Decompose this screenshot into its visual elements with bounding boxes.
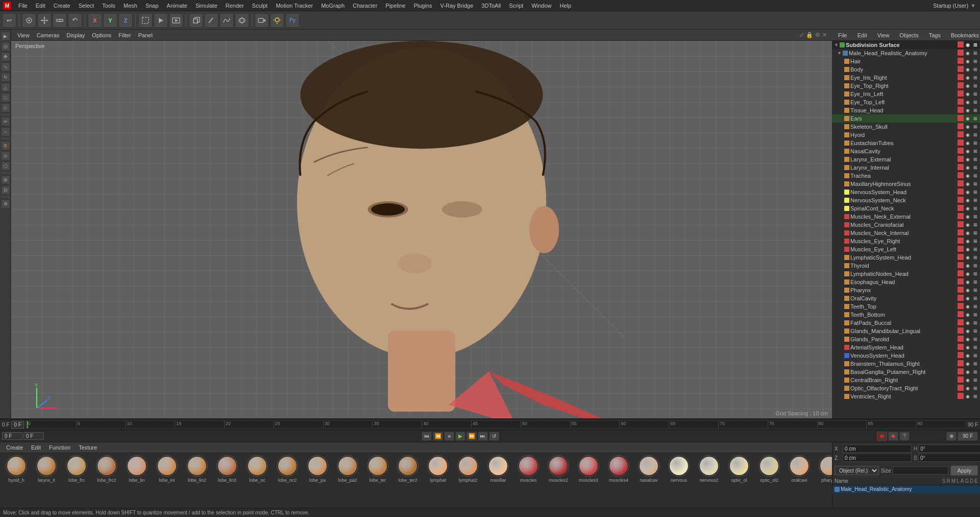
menu-item-window[interactable]: Window bbox=[527, 2, 555, 10]
frame-start-input[interactable]: 0 F bbox=[2, 432, 22, 440]
tree-item-nervoussystem-neck[interactable]: NervousSystem_Neck◉⊞ bbox=[832, 196, 980, 204]
function-tab[interactable]: Function bbox=[46, 443, 74, 452]
tree-item-trachea[interactable]: Trachea◉⊞ bbox=[832, 172, 980, 180]
menu-item-select[interactable]: Select bbox=[75, 2, 99, 10]
tree-vis-centralbrain_right[interactable]: ◉ bbox=[964, 377, 971, 384]
time-input[interactable]: 0 F bbox=[11, 421, 23, 429]
tree-vis-muscles_eye_left[interactable]: ◉ bbox=[964, 246, 971, 253]
tree-item-oralcavity[interactable]: OralCavity◉⊞ bbox=[832, 294, 980, 302]
left-tool-3[interactable]: △ bbox=[1, 83, 10, 92]
left-tool-move[interactable]: ✥ bbox=[1, 52, 10, 61]
play-forward-button[interactable]: ⏩ bbox=[467, 432, 477, 441]
tree-item-glands-mandibular-lingual[interactable]: Glands_Mandibular_Lingual◉⊞ bbox=[832, 327, 980, 335]
viewport-display-tab[interactable]: Display bbox=[63, 31, 88, 39]
mat-item-hyoid-h[interactable]: hyoid_h bbox=[2, 455, 31, 483]
ss-vis-icon[interactable]: ◉ bbox=[964, 41, 971, 49]
menu-item-simulate[interactable]: Simulate bbox=[191, 2, 222, 10]
tree-lock-nasalcavity[interactable]: ⊞ bbox=[972, 148, 979, 155]
viewport-view-tab[interactable]: View bbox=[14, 31, 33, 39]
z-axis-button[interactable]: Z bbox=[118, 13, 133, 28]
light-button[interactable] bbox=[270, 13, 284, 28]
ss-lock-icon[interactable]: ⊞ bbox=[972, 41, 979, 49]
tree-lock-ventricles_right[interactable]: ⊞ bbox=[972, 393, 979, 400]
tree-lock-oralcavity[interactable]: ⊞ bbox=[972, 295, 979, 302]
tree-vis-eye_top_right[interactable]: ◉ bbox=[964, 82, 971, 89]
rp-view-tab[interactable]: View bbox=[873, 31, 894, 39]
render-to-picture-button[interactable] bbox=[169, 13, 183, 28]
tree-item-ears[interactable]: Ears◉⊞ bbox=[832, 114, 980, 123]
mat-item-larynx-it[interactable]: larynx_it bbox=[32, 455, 61, 483]
tree-item-nasalcavity[interactable]: NasalCavity◉⊞ bbox=[832, 147, 980, 155]
tree-lock-eustachiantubes[interactable]: ⊞ bbox=[972, 139, 979, 147]
tree-item-larynx-external[interactable]: Larynx_External◉⊞ bbox=[832, 155, 980, 163]
render-region-button[interactable] bbox=[138, 13, 153, 28]
tree-item-ventricles-right[interactable]: Ventricles_Right◉⊞ bbox=[832, 392, 980, 401]
tree-vis-spinalcord_neck[interactable]: ◉ bbox=[964, 205, 971, 212]
tree-item-lymphaticsystem-head[interactable]: LymphaticSystem_Head◉⊞ bbox=[832, 253, 980, 262]
tree-item-esophagus-head[interactable]: Esophagus_Head◉⊞ bbox=[832, 278, 980, 286]
tree-item-muscles-neck-external[interactable]: Muscles_Neck_External◉⊞ bbox=[832, 213, 980, 221]
tree-vis-arterialsystem_head[interactable]: ◉ bbox=[964, 344, 971, 351]
tree-lock-lymphaticnodes_head[interactable]: ⊞ bbox=[972, 270, 979, 277]
tree-vis-tissue_head[interactable]: ◉ bbox=[964, 107, 971, 114]
mat-item-lobe-pa2[interactable]: lobe_pa2 bbox=[333, 455, 362, 483]
mat-item-lobe-oc2[interactable]: lobe_oc2 bbox=[273, 455, 302, 483]
tree-vis-nervoussystem_neck[interactable]: ◉ bbox=[964, 197, 971, 204]
tree-lock-lymphaticsystem_head[interactable]: ⊞ bbox=[972, 254, 979, 261]
tree-vis-thyroid[interactable]: ◉ bbox=[964, 262, 971, 269]
snap-to-button[interactable]: ⊕ bbox=[946, 432, 957, 441]
step-back-button[interactable]: ⏪ bbox=[433, 432, 443, 441]
left-tool-pen[interactable]: ✏ bbox=[1, 117, 10, 126]
tree-vis-pharynx[interactable]: ◉ bbox=[964, 287, 971, 294]
stop-button[interactable]: ■ bbox=[444, 432, 454, 441]
tree-item-muscles-eye-left[interactable]: Muscles_Eye_Left◉⊞ bbox=[832, 245, 980, 253]
mat-item-optic-ol2[interactable]: optic_ol2 bbox=[755, 455, 783, 483]
menu-item-character[interactable]: Character bbox=[349, 2, 381, 10]
tree-lock-glands_mandibular_lingual[interactable]: ⊞ bbox=[972, 327, 979, 335]
tree-lock-muscles_neck_external[interactable]: ⊞ bbox=[972, 213, 979, 220]
rp-objects-tab[interactable]: Objects bbox=[895, 31, 922, 39]
tree-vis-larynx_internal[interactable]: ◉ bbox=[964, 164, 971, 171]
b-coord-input[interactable] bbox=[918, 454, 980, 462]
tree-vis-hair[interactable]: ◉ bbox=[964, 58, 971, 65]
tree-item-teeth-top[interactable]: Teeth_Top◉⊞ bbox=[832, 302, 980, 311]
root-object-item[interactable]: ▼ Male_Head_Realistic_Anatomy ◉ ⊞ bbox=[832, 49, 980, 57]
mat-item-muscles4[interactable]: muscles4 bbox=[604, 455, 633, 483]
tree-lock-optic_olfactorytract_right[interactable]: ⊞ bbox=[972, 385, 979, 392]
tree-lock-muscles_craniofacial[interactable]: ⊞ bbox=[972, 221, 979, 228]
tree-vis-optic_olfactorytract_right[interactable]: ◉ bbox=[964, 385, 971, 392]
tree-item-thyroid[interactable]: Thyroid◉⊞ bbox=[832, 262, 980, 270]
object-tree[interactable]: ▼ Subdivision Surface ◉ ⊞ ▼ Male_Head_Re… bbox=[832, 41, 980, 418]
left-tool-arrow[interactable]: ▶ bbox=[1, 32, 10, 41]
tree-lock-larynx_external[interactable]: ⊞ bbox=[972, 156, 979, 163]
tree-vis-trachea[interactable]: ◉ bbox=[964, 172, 971, 179]
root-lock-icon[interactable]: ⊞ bbox=[972, 50, 979, 57]
tree-vis-basalganglia_putamen_right[interactable]: ◉ bbox=[964, 368, 971, 375]
tree-lock-hair[interactable]: ⊞ bbox=[972, 58, 979, 65]
tree-vis-muscles_neck_external[interactable]: ◉ bbox=[964, 213, 971, 220]
tree-vis-glands_parotid[interactable]: ◉ bbox=[964, 336, 971, 343]
size-input[interactable] bbox=[893, 466, 948, 475]
frame-input-2[interactable]: 0 F bbox=[23, 432, 44, 440]
loop-button[interactable]: ↺ bbox=[489, 432, 499, 441]
tree-lock-eye_top_left[interactable]: ⊞ bbox=[972, 99, 979, 106]
mat-item-nervous[interactable]: nervous bbox=[665, 455, 693, 483]
left-tool-4[interactable]: □ bbox=[1, 93, 10, 102]
tree-item-basalganglia-putamen-right[interactable]: BasalGanglia_Putamen_Right◉⊞ bbox=[832, 368, 980, 376]
go-end-button[interactable]: ⏭ bbox=[478, 432, 488, 441]
tree-lock-brainstem_thalamus_right[interactable]: ⊞ bbox=[972, 360, 979, 367]
mat-item-muscles[interactable]: muscles bbox=[514, 455, 543, 483]
tree-lock-teeth_top[interactable]: ⊞ bbox=[972, 303, 979, 310]
menu-item-animate[interactable]: Animate bbox=[163, 2, 191, 10]
h-coord-input[interactable] bbox=[918, 444, 980, 453]
tree-lock-venoussystem_head[interactable]: ⊞ bbox=[972, 352, 979, 359]
material-list[interactable]: hyoid_hlarynx_itlobe_frclobe_frc2lobe_li… bbox=[0, 453, 832, 508]
left-tool-5[interactable]: ◇ bbox=[1, 103, 10, 112]
tree-vis-muscles_eye_right[interactable]: ◉ bbox=[964, 238, 971, 245]
tree-item-eye-top-right[interactable]: Eye_Top_Right◉⊞ bbox=[832, 82, 980, 90]
left-tool-measure[interactable]: ↔ bbox=[1, 127, 10, 136]
python-button[interactable]: Py bbox=[285, 13, 300, 28]
menu-item-mograph[interactable]: MoGraph bbox=[317, 2, 349, 10]
tree-vis-lymphaticnodes_head[interactable]: ◉ bbox=[964, 270, 971, 277]
create-tab[interactable]: Create bbox=[3, 443, 26, 452]
